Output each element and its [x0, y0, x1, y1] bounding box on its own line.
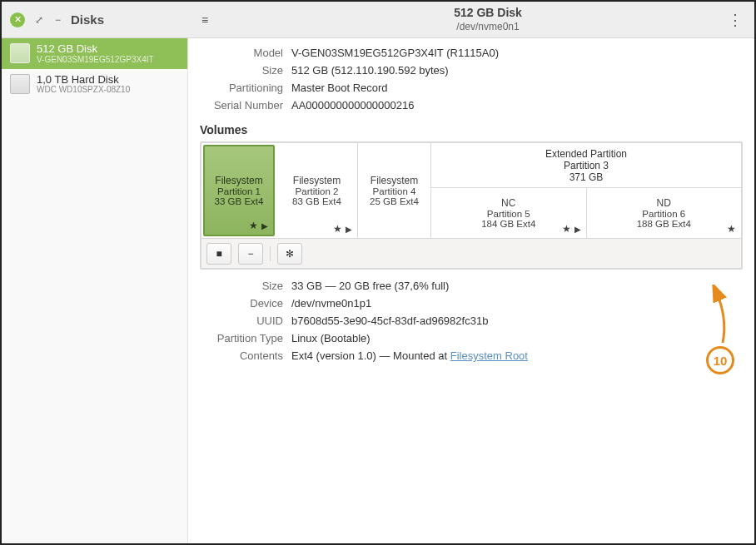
- unmount-button[interactable]: ■: [206, 243, 231, 265]
- sidebar-disk-sub: V-GEN03SM19EG512GP3X4IT: [37, 55, 154, 64]
- volumes-container: Filesystem Partition 1 33 GB Ext4 ★▶ Fil…: [200, 141, 743, 270]
- volume-settings-button[interactable]: ✻: [277, 243, 302, 265]
- volume-partition-5[interactable]: NC Partition 5 184 GB Ext4 ★▶: [431, 188, 587, 238]
- play-icon: ▶: [346, 225, 352, 234]
- value-serial: AA000000000000000216: [291, 99, 743, 111]
- sidebar-disk-item[interactable]: 1,0 TB Hard Disk WDC WD10SPZX-08Z10: [2, 69, 187, 100]
- volume-partition-2[interactable]: Filesystem Partition 2 83 GB Ext4 ★▶: [276, 143, 358, 238]
- volume-partition-1[interactable]: Filesystem Partition 1 33 GB Ext4 ★▶: [203, 145, 275, 236]
- window-controls: ⤢ −: [35, 14, 61, 26]
- app-menu-button[interactable]: ≡: [188, 13, 221, 27]
- play-icon: ▶: [574, 225, 581, 234]
- label-pcontents: Contents: [200, 349, 283, 362]
- titlebar-disk-title: 512 GB Disk: [221, 6, 754, 20]
- star-icon: ★: [249, 220, 258, 231]
- volume-extended: Extended Partition Partition 3 371 GB NC…: [431, 143, 741, 238]
- sidebar-disk-item[interactable]: 512 GB Disk V-GEN03SM19EG512GP3X4IT: [2, 38, 187, 69]
- sidebar-disk-name: 512 GB Disk: [37, 43, 154, 55]
- label-serial: Serial Number: [200, 99, 283, 111]
- disk-properties: Model V-GEN03SM19EG512GP3X4IT (R1115A0) …: [200, 47, 743, 111]
- label-puuid: UUID: [200, 315, 283, 327]
- titlebar-center: 512 GB Disk /dev/nvme0n1: [221, 6, 754, 32]
- value-pdevice: /dev/nvme0n1p1: [291, 297, 743, 310]
- value-size: 512 GB (512.110.190.592 bytes): [291, 64, 743, 77]
- label-pdevice: Device: [200, 297, 283, 310]
- partition-properties: Size 33 GB — 20 GB free (37,6% full) Dev…: [200, 280, 743, 362]
- app-title: Disks: [71, 12, 104, 27]
- kebab-menu-button[interactable]: ⋮: [728, 11, 743, 29]
- value-partitioning: Master Boot Record: [291, 82, 743, 94]
- restore-button[interactable]: −: [55, 14, 61, 26]
- toolbar-separator: [270, 246, 271, 261]
- minimize-button[interactable]: ⤢: [35, 14, 43, 26]
- sidebar-disk-name: 1,0 TB Hard Disk: [37, 74, 130, 86]
- titlebar: ✕ ⤢ − Disks ≡ 512 GB Disk /dev/nvme0n1 ⋮: [2, 2, 754, 38]
- label-partitioning: Partitioning: [200, 82, 283, 94]
- volumes-title: Volumes: [200, 123, 743, 136]
- value-pcontents: Ext4 (version 1.0) — Mounted at Filesyst…: [291, 349, 743, 362]
- sidebar: 512 GB Disk V-GEN03SM19EG512GP3X4IT 1,0 …: [2, 38, 188, 543]
- volume-toolbar: ■ − ✻: [201, 238, 741, 268]
- value-puuid: b7608d55-3e90-45cf-83df-ad96982fc31b: [291, 315, 743, 327]
- filesystem-root-link[interactable]: Filesystem Root: [450, 349, 528, 362]
- value-model: V-GEN03SM19EG512GP3X4IT (R1115A0): [291, 47, 743, 59]
- close-button[interactable]: ✕: [10, 12, 25, 27]
- gear-icon: ✻: [286, 248, 294, 260]
- volume-map: Filesystem Partition 1 33 GB Ext4 ★▶ Fil…: [201, 143, 741, 238]
- value-ptype: Linux (Bootable): [291, 332, 743, 344]
- star-icon: ★: [562, 223, 571, 235]
- value-psize: 33 GB — 20 GB free (37,6% full): [291, 280, 743, 292]
- main-panel: Model V-GEN03SM19EG512GP3X4IT (R1115A0) …: [188, 38, 754, 543]
- label-psize: Size: [200, 280, 283, 292]
- label-size: Size: [200, 64, 283, 77]
- label-ptype: Partition Type: [200, 332, 283, 344]
- star-icon: ★: [333, 223, 342, 235]
- play-icon: ▶: [261, 221, 268, 230]
- volume-partition-6[interactable]: ND Partition 6 188 GB Ext4 ★: [587, 188, 742, 238]
- titlebar-device: /dev/nvme0n1: [456, 21, 519, 32]
- titlebar-left: ✕ ⤢ − Disks: [2, 12, 188, 27]
- volume-extended-header[interactable]: Extended Partition Partition 3 371 GB: [431, 143, 741, 188]
- app-window: ✕ ⤢ − Disks ≡ 512 GB Disk /dev/nvme0n1 ⋮…: [0, 0, 756, 545]
- sidebar-disk-sub: WDC WD10SPZX-08Z10: [37, 85, 130, 94]
- disk-icon: [10, 74, 30, 94]
- volume-partition-4[interactable]: Filesystem Partition 4 25 GB Ext4: [358, 143, 431, 238]
- label-model: Model: [200, 47, 283, 59]
- star-icon: ★: [727, 223, 736, 235]
- delete-partition-button[interactable]: −: [238, 243, 263, 265]
- disk-icon: [10, 43, 30, 63]
